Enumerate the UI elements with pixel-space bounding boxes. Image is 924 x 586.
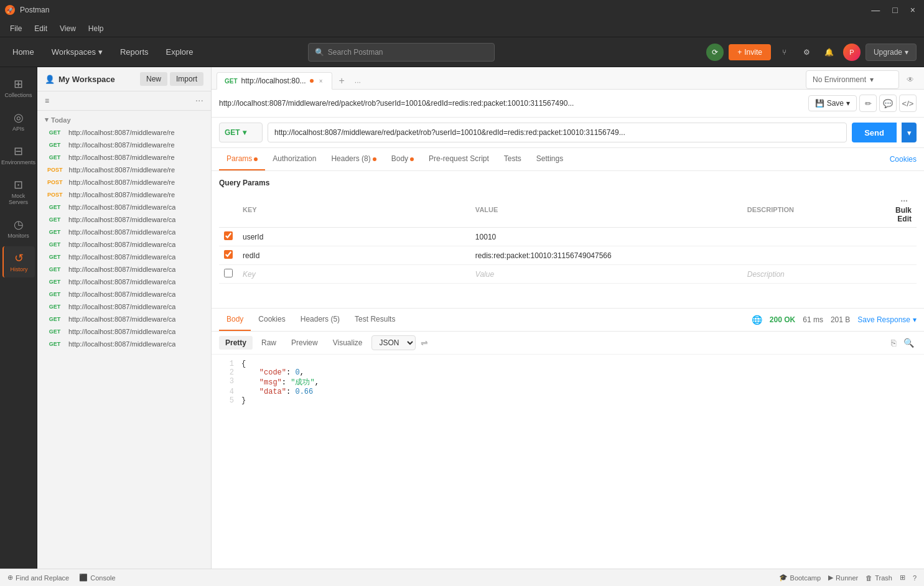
find-replace-button[interactable]: ⊕ Find and Replace bbox=[7, 574, 69, 582]
list-item[interactable]: GET http://localhost:8087/middleware/ca bbox=[37, 288, 211, 300]
response-tab-test-results[interactable]: Test Results bbox=[347, 309, 403, 331]
tab-tests[interactable]: Tests bbox=[497, 148, 529, 170]
reports-link[interactable]: Reports bbox=[115, 45, 154, 59]
list-item[interactable]: GET http://localhost:8087/middleware/re bbox=[37, 126, 211, 139]
filter-icon[interactable]: ≡ bbox=[45, 96, 49, 105]
environment-selector[interactable]: No Environment ▾ bbox=[806, 70, 899, 89]
sidebar-item-mock-servers[interactable]: ⊡ Mock Servers bbox=[2, 173, 35, 210]
sync-icon[interactable]: ⟳ bbox=[706, 44, 724, 61]
bootcamp-button[interactable]: 🎓 Bootcamp bbox=[779, 574, 821, 582]
row-checkbox-2[interactable] bbox=[224, 250, 233, 259]
fork-icon-button[interactable]: ⑂ bbox=[776, 44, 793, 61]
list-item[interactable]: GET http://localhost:8087/middleware/ca bbox=[37, 263, 211, 276]
list-item[interactable]: GET http://localhost:8087/middleware/ca bbox=[37, 338, 211, 350]
more-options-icon[interactable]: ··· bbox=[195, 95, 203, 106]
bulk-edit-button[interactable]: Bulk Edit bbox=[895, 206, 912, 223]
list-item[interactable]: GET http://localhost:8087/middleware/ca bbox=[37, 213, 211, 226]
response-tab-cookies[interactable]: Cookies bbox=[251, 309, 292, 331]
save-response-button[interactable]: Save Response ▾ bbox=[857, 315, 917, 324]
copy-icon[interactable]: ⎘ bbox=[889, 335, 898, 350]
row-checkbox-new[interactable] bbox=[224, 269, 233, 277]
tab-headers[interactable]: Headers (8) bbox=[324, 148, 383, 170]
format-tab-visualize[interactable]: Visualize bbox=[327, 336, 369, 350]
notification-icon-button[interactable]: 🔔 bbox=[821, 44, 838, 61]
tab-params[interactable]: Params bbox=[219, 148, 265, 170]
env-eye-icon[interactable]: 👁 bbox=[904, 73, 917, 86]
list-item[interactable]: GET http://localhost:8087/middleware/ca bbox=[37, 313, 211, 325]
list-item[interactable]: GET http://localhost:8087/middleware/ca bbox=[37, 300, 211, 313]
list-item[interactable]: GET http://localhost:8087/middleware/ca bbox=[37, 251, 211, 263]
code-icon-button[interactable]: </> bbox=[899, 95, 917, 112]
sidebar-item-apis[interactable]: ◎ APIs bbox=[2, 106, 35, 137]
sidebar-item-history[interactable]: ↺ History bbox=[2, 246, 35, 277]
runner-button[interactable]: ▶ Runner bbox=[828, 574, 858, 582]
more-tabs-button[interactable]: ··· bbox=[350, 75, 366, 89]
tab-authorization[interactable]: Authorization bbox=[265, 148, 324, 170]
minimize-button[interactable]: — bbox=[867, 4, 884, 16]
sidebar-item-monitors[interactable]: ◷ Monitors bbox=[2, 213, 35, 244]
url-input[interactable] bbox=[268, 123, 847, 142]
cookies-link[interactable]: Cookies bbox=[890, 155, 917, 164]
code-line-1: 1 { bbox=[219, 360, 917, 368]
method-dropdown[interactable]: GET ▾ bbox=[219, 123, 263, 142]
layout-button[interactable]: ⊞ bbox=[900, 574, 905, 582]
tab-body[interactable]: Body bbox=[384, 148, 421, 170]
format-tab-raw[interactable]: Raw bbox=[255, 336, 282, 350]
row-checkbox-cell bbox=[219, 265, 238, 284]
import-button[interactable]: Import bbox=[170, 72, 203, 86]
response-tab-headers[interactable]: Headers (5) bbox=[293, 309, 347, 331]
tab-prerequest[interactable]: Pre-request Script bbox=[421, 148, 497, 170]
list-item[interactable]: GET http://localhost:8087/middleware/ca bbox=[37, 201, 211, 213]
row-checkbox-1[interactable] bbox=[224, 231, 233, 240]
tab-active[interactable]: GET http://localhost:80... × bbox=[217, 72, 332, 90]
list-item[interactable]: POST http://localhost:8087/middleware/re bbox=[37, 188, 211, 201]
tab-settings[interactable]: Settings bbox=[529, 148, 571, 170]
list-item[interactable]: GET http://localhost:8087/middleware/ca bbox=[37, 276, 211, 288]
home-link[interactable]: Home bbox=[7, 45, 39, 59]
settings-icon-button[interactable]: ⚙ bbox=[798, 44, 816, 61]
menu-view[interactable]: View bbox=[55, 23, 81, 34]
wrap-lines-icon[interactable]: ⇌ bbox=[418, 335, 431, 350]
row-action-cell bbox=[890, 228, 917, 246]
menu-edit[interactable]: Edit bbox=[29, 23, 52, 34]
upgrade-button[interactable]: Upgrade ▾ bbox=[866, 44, 917, 61]
close-button[interactable]: × bbox=[907, 4, 919, 16]
sidebar-item-environments[interactable]: ⊟ Environments bbox=[2, 139, 35, 170]
history-url: http://localhost:8087/middleware/ca bbox=[68, 328, 175, 335]
explore-link[interactable]: Explore bbox=[161, 45, 198, 59]
invite-button[interactable]: + Invite bbox=[729, 44, 771, 60]
response-tab-body[interactable]: Body bbox=[219, 309, 251, 331]
list-item[interactable]: POST http://localhost:8087/middleware/re bbox=[37, 176, 211, 188]
workspaces-dropdown[interactable]: Workspaces ▾ bbox=[47, 45, 108, 59]
help-button[interactable]: ? bbox=[913, 574, 917, 582]
trash-button[interactable]: 🗑 Trash bbox=[866, 574, 892, 582]
search-response-icon[interactable]: 🔍 bbox=[901, 335, 917, 350]
list-item[interactable]: GET http://localhost:8087/middleware/ca bbox=[37, 238, 211, 251]
new-tab-button[interactable]: + bbox=[334, 73, 349, 89]
maximize-button[interactable]: □ bbox=[889, 4, 901, 16]
sidebar-item-collections[interactable]: ⊞ Collections bbox=[2, 72, 35, 103]
list-item[interactable]: GET http://localhost:8087/middleware/ca bbox=[37, 226, 211, 238]
list-item[interactable]: GET http://localhost:8087/middleware/re bbox=[37, 139, 211, 151]
send-dropdown-button[interactable]: ▾ bbox=[902, 123, 917, 142]
avatar[interactable]: P bbox=[843, 44, 861, 61]
menu-file[interactable]: File bbox=[5, 23, 27, 34]
edit-icon-button[interactable]: ✏ bbox=[859, 95, 877, 112]
method-badge: GET bbox=[45, 340, 65, 348]
collapse-icon[interactable]: ▾ bbox=[45, 116, 49, 124]
menu-help[interactable]: Help bbox=[83, 23, 109, 34]
console-button[interactable]: ⬛ Console bbox=[79, 574, 115, 582]
table-more-icon[interactable]: ··· bbox=[897, 195, 912, 207]
send-button[interactable]: Send bbox=[852, 123, 897, 142]
list-item[interactable]: POST http://localhost:8087/middleware/re bbox=[37, 164, 211, 176]
new-button[interactable]: New bbox=[140, 72, 167, 86]
tab-close-button[interactable]: × bbox=[317, 77, 325, 85]
comment-icon-button[interactable]: 💬 bbox=[879, 95, 897, 112]
list-item[interactable]: GET http://localhost:8087/middleware/re bbox=[37, 151, 211, 164]
format-tab-pretty[interactable]: Pretty bbox=[219, 336, 253, 350]
search-box[interactable]: 🔍 Search Postman bbox=[308, 43, 495, 62]
save-button[interactable]: 💾 Save ▾ bbox=[808, 95, 857, 111]
format-tab-preview[interactable]: Preview bbox=[285, 336, 324, 350]
list-item[interactable]: GET http://localhost:8087/middleware/ca bbox=[37, 325, 211, 338]
format-selector[interactable]: JSON XML HTML Text bbox=[371, 335, 416, 350]
